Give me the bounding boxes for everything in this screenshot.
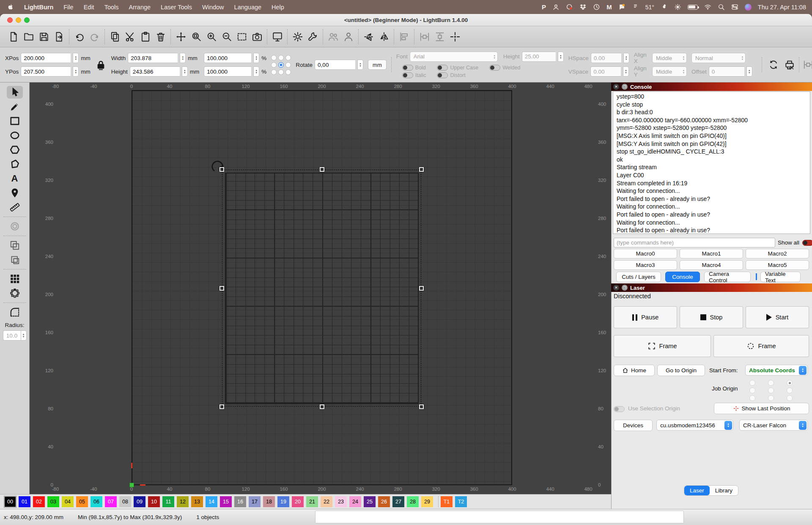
draw-lines-tool-icon[interactable] [7, 100, 23, 113]
italic-toggle[interactable] [402, 72, 413, 78]
palette-swatch-04[interactable]: 04 [62, 496, 74, 507]
height-input[interactable] [130, 66, 180, 77]
palette-swatch-12[interactable]: 12 [177, 496, 189, 507]
palette-swatch-07[interactable]: 07 [105, 496, 117, 507]
job-origin-radio[interactable] [787, 395, 793, 401]
new-file-icon[interactable] [6, 30, 20, 44]
macro-button-macro5[interactable]: Macro5 [746, 260, 809, 270]
text-style-select[interactable]: Normal [691, 53, 746, 63]
console-command-input[interactable] [614, 238, 775, 247]
workspace-canvas[interactable]: -80-80-40-400040408080120120160160200200… [30, 82, 611, 494]
bold-toggle[interactable] [402, 65, 413, 71]
siri-icon[interactable] [745, 4, 752, 11]
palette-swatch-06[interactable]: 06 [91, 496, 102, 507]
palette-swatch-11[interactable]: 11 [162, 496, 174, 507]
user-status-icon[interactable] [552, 3, 560, 11]
delete-icon[interactable] [154, 30, 167, 44]
pause-button[interactable]: Pause [614, 306, 677, 328]
start-from-select[interactable]: Absolute Coords [745, 365, 808, 376]
ellipse-tool-icon[interactable] [7, 129, 23, 142]
palette-swatch-19[interactable]: 19 [277, 496, 289, 507]
palette-swatch-08[interactable]: 08 [119, 496, 131, 507]
welded-toggle[interactable] [489, 65, 500, 71]
align-x-select[interactable]: Middle [652, 53, 687, 63]
stepper-icon[interactable] [182, 66, 188, 77]
edit-nodes-tool-icon[interactable] [7, 158, 23, 170]
palette-swatch-03[interactable]: 03 [47, 496, 59, 507]
start-button[interactable]: Start [746, 306, 809, 328]
anchor-point-selector[interactable] [271, 55, 291, 75]
float-dock-icon[interactable]: ❐ [622, 285, 628, 291]
pastebin-icon[interactable]: P [542, 3, 546, 11]
macro-button-macro0[interactable]: Macro0 [614, 249, 677, 258]
width-input[interactable] [128, 53, 178, 63]
distort-toggle[interactable] [437, 72, 448, 78]
palette-swatch-09[interactable]: 09 [134, 496, 145, 507]
job-origin-radio[interactable] [768, 388, 774, 393]
lock-aspect-icon[interactable] [95, 59, 107, 71]
boolean-union-tool-icon[interactable] [7, 239, 23, 252]
stepper-icon[interactable] [623, 66, 629, 77]
brightness-icon[interactable] [674, 3, 681, 11]
export-icon[interactable] [52, 30, 66, 44]
job-origin-radio[interactable] [787, 388, 793, 393]
tab-laser[interactable]: Laser [684, 486, 710, 495]
palette-swatch-15[interactable]: 15 [220, 496, 232, 507]
show-last-position-button[interactable]: Show Last Position [714, 403, 809, 414]
device-select[interactable]: CR-Laser Falcon [739, 420, 808, 431]
edit-text-tool-icon[interactable]: A [7, 172, 23, 185]
vspace-input[interactable] [590, 66, 621, 77]
battery-icon[interactable] [688, 5, 698, 10]
polygon-tool-icon[interactable] [7, 143, 23, 156]
menu-item-laser-tools[interactable]: Laser Tools [161, 4, 192, 11]
port-select[interactable]: cu.usbmodem123456 [656, 420, 733, 431]
menu-item-file[interactable]: File [63, 4, 73, 11]
palette-swatch-17[interactable]: 17 [249, 496, 261, 507]
save-icon[interactable] [37, 30, 51, 44]
palette-swatch-14[interactable]: 14 [206, 496, 217, 507]
device-settings-icon[interactable] [306, 30, 320, 44]
macro-button-macro3[interactable]: Macro3 [614, 260, 677, 270]
rotate-input[interactable] [315, 60, 355, 70]
print-cut-icon[interactable] [783, 58, 797, 72]
search-icon[interactable] [718, 3, 725, 11]
ungroup-icon[interactable] [341, 30, 355, 44]
control-center-icon[interactable] [731, 3, 738, 11]
flame-icon[interactable] [661, 3, 668, 11]
radius-tool-tool-icon[interactable] [7, 306, 23, 319]
macro-button-macro1[interactable]: Macro1 [680, 249, 743, 258]
tab-variable-text[interactable]: Variable Text [760, 272, 801, 282]
font-height-input[interactable] [522, 52, 556, 62]
job-origin-radio[interactable] [768, 395, 774, 401]
zoom-out-icon[interactable] [219, 30, 233, 44]
settings-icon[interactable] [291, 30, 304, 44]
menu-item-window[interactable]: Window [202, 4, 224, 11]
stepper-icon[interactable] [558, 52, 564, 62]
stepper-icon[interactable] [357, 60, 363, 70]
circular-array-tool-icon[interactable] [7, 287, 23, 300]
job-origin-radio[interactable] [749, 388, 755, 393]
upper-case-toggle[interactable] [437, 65, 448, 71]
palette-swatch-28[interactable]: 28 [407, 496, 419, 507]
thermometer-icon[interactable] [632, 3, 639, 11]
menu-item-language[interactable]: Language [234, 4, 262, 11]
flip-vertical-icon[interactable] [362, 30, 376, 44]
home-button[interactable]: Home [614, 365, 655, 376]
hspace-input[interactable] [591, 53, 621, 63]
palette-swatch-02[interactable]: 02 [33, 496, 45, 507]
palette-swatch-18[interactable]: 18 [263, 496, 275, 507]
tab-console[interactable]: Console [665, 272, 700, 282]
radius-input[interactable] [3, 330, 21, 341]
selection-handle[interactable] [419, 286, 424, 291]
notification-icon[interactable] [618, 3, 625, 11]
move-to-position-icon[interactable] [448, 30, 462, 44]
selection-handle[interactable] [320, 167, 324, 172]
distribute-horizontal-icon[interactable] [801, 58, 812, 72]
stepper-icon[interactable] [180, 53, 186, 63]
align-y-select[interactable]: Middle [652, 66, 687, 77]
offset-tool-icon[interactable] [7, 220, 23, 233]
position-laser-tool-icon[interactable] [7, 187, 23, 199]
selection-frame[interactable] [222, 170, 421, 407]
stepper-icon[interactable] [253, 53, 259, 63]
palette-swatch-10[interactable]: 10 [148, 496, 160, 507]
